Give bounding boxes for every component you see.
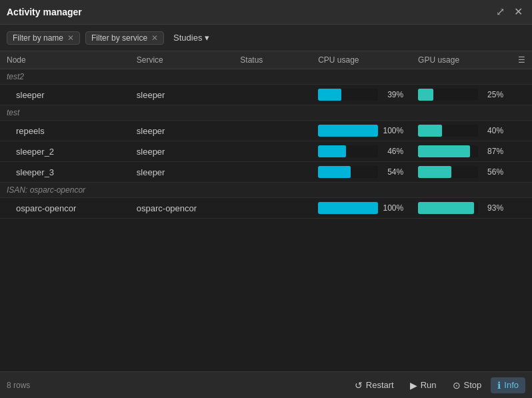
cell-service: sleeper — [130, 141, 234, 162]
cell-gpu: 40% — [411, 121, 511, 141]
filter-by-service-close-icon[interactable]: ✕ — [151, 34, 158, 42]
restart-icon: ↺ — [355, 380, 363, 391]
run-icon: ▶ — [410, 380, 417, 391]
title-bar-left: Activity manager — [7, 7, 82, 17]
close-button[interactable]: ✕ — [511, 5, 525, 19]
cell-gpu: 25% — [411, 85, 511, 105]
title-bar-actions: ⤢ ✕ — [493, 5, 525, 19]
table-container: Node Service Status CPU usage GPU usage … — [0, 51, 532, 371]
gpu-value: 87% — [482, 147, 503, 156]
cell-node: sleeper_2 — [0, 141, 130, 162]
cell-cpu: 46% — [311, 141, 411, 162]
cell-node: sleeper_3 — [0, 162, 130, 183]
gpu-value: 93% — [482, 203, 503, 213]
cpu-value: 100% — [382, 203, 403, 213]
group-row: ISAN: osparc-opencor — [0, 183, 532, 198]
group-label: test2 — [0, 69, 532, 85]
group-row: test2 — [0, 69, 532, 85]
gpu-value: 40% — [482, 126, 503, 135]
cell-service: sleeper — [130, 162, 234, 183]
cpu-value: 46% — [382, 147, 403, 156]
table-header-row: Node Service Status CPU usage GPU usage … — [0, 51, 532, 69]
info-label: Info — [504, 380, 519, 390]
table-row[interactable]: osparc-opencorosparc-opencor100%93% — [0, 198, 532, 219]
cell-row-menu[interactable] — [511, 198, 532, 219]
app-title: Activity manager — [7, 7, 82, 17]
cell-node: repeels — [0, 121, 130, 141]
cell-row-menu[interactable] — [511, 85, 532, 105]
cell-cpu: 100% — [311, 198, 411, 219]
cell-row-menu[interactable] — [511, 141, 532, 162]
cell-status — [233, 162, 311, 183]
cell-status — [233, 141, 311, 162]
cell-node: osparc-opencor — [0, 198, 130, 219]
cell-service: sleeper — [130, 121, 234, 141]
filter-by-service-label: Filter by service — [91, 33, 147, 43]
cell-cpu: 54% — [311, 162, 411, 183]
run-label: Run — [421, 380, 437, 390]
cpu-value: 100% — [382, 126, 403, 135]
filter-by-name-label: Filter by name — [13, 33, 63, 43]
bottom-bar: 8 rows ↺ Restart ▶ Run ⊙ Stop ℹ Info — [0, 371, 532, 398]
cell-gpu: 87% — [411, 141, 511, 162]
col-header-service: Service — [130, 51, 234, 69]
restart-button[interactable]: ↺ Restart — [348, 377, 401, 393]
col-header-cpu: CPU usage — [311, 51, 411, 69]
cell-status — [233, 85, 311, 105]
table-row[interactable]: sleepersleeper39%25% — [0, 85, 532, 105]
filter-bar: Filter by name ✕ Filter by service ✕ Stu… — [0, 25, 532, 51]
col-header-menu: ☰ — [511, 51, 532, 69]
restart-label: Restart — [366, 380, 394, 390]
cpu-value: 54% — [382, 167, 403, 177]
col-header-gpu: GPU usage — [411, 51, 511, 69]
chevron-down-icon: ▾ — [205, 33, 209, 43]
cell-gpu: 56% — [411, 162, 511, 183]
table-body: test2sleepersleeper39%25%testrepeelsslee… — [0, 69, 532, 219]
info-button[interactable]: ℹ Info — [491, 377, 525, 393]
cell-row-menu[interactable] — [511, 121, 532, 141]
studies-label: Studies — [173, 33, 202, 43]
run-button[interactable]: ▶ Run — [403, 377, 443, 393]
stop-label: Stop — [464, 380, 482, 390]
cell-service: sleeper — [130, 85, 234, 105]
cpu-value: 39% — [382, 90, 403, 99]
group-label: test — [0, 105, 532, 121]
row-count: 8 rows — [7, 381, 30, 390]
cell-cpu: 39% — [311, 85, 411, 105]
cell-node: sleeper — [0, 85, 130, 105]
title-bar: Activity manager ⤢ ✕ — [0, 0, 532, 25]
col-header-node: Node — [0, 51, 130, 69]
cell-service: osparc-opencor — [130, 198, 234, 219]
cell-gpu: 93% — [411, 198, 511, 219]
stop-button[interactable]: ⊙ Stop — [446, 377, 489, 393]
gpu-value: 56% — [482, 167, 503, 177]
stop-icon: ⊙ — [453, 380, 461, 391]
studies-dropdown[interactable]: Studies ▾ — [169, 31, 213, 44]
activity-table: Node Service Status CPU usage GPU usage … — [0, 51, 532, 219]
table-row[interactable]: sleeper_2sleeper46%87% — [0, 141, 532, 162]
filter-by-service-chip[interactable]: Filter by service ✕ — [85, 31, 164, 45]
cell-row-menu[interactable] — [511, 162, 532, 183]
table-row[interactable]: repeelssleeper100%40% — [0, 121, 532, 141]
gpu-value: 25% — [482, 90, 503, 99]
filter-by-name-chip[interactable]: Filter by name ✕ — [7, 31, 80, 45]
info-icon: ℹ — [497, 380, 501, 391]
cell-status — [233, 198, 311, 219]
expand-button[interactable]: ⤢ — [493, 5, 507, 19]
cell-status — [233, 121, 311, 141]
filter-by-name-close-icon[interactable]: ✕ — [67, 34, 74, 42]
col-header-status: Status — [233, 51, 311, 69]
group-row: test — [0, 105, 532, 121]
group-label: ISAN: osparc-opencor — [0, 183, 532, 198]
table-row[interactable]: sleeper_3sleeper54%56% — [0, 162, 532, 183]
cell-cpu: 100% — [311, 121, 411, 141]
bottom-actions: ↺ Restart ▶ Run ⊙ Stop ℹ Info — [348, 377, 525, 393]
